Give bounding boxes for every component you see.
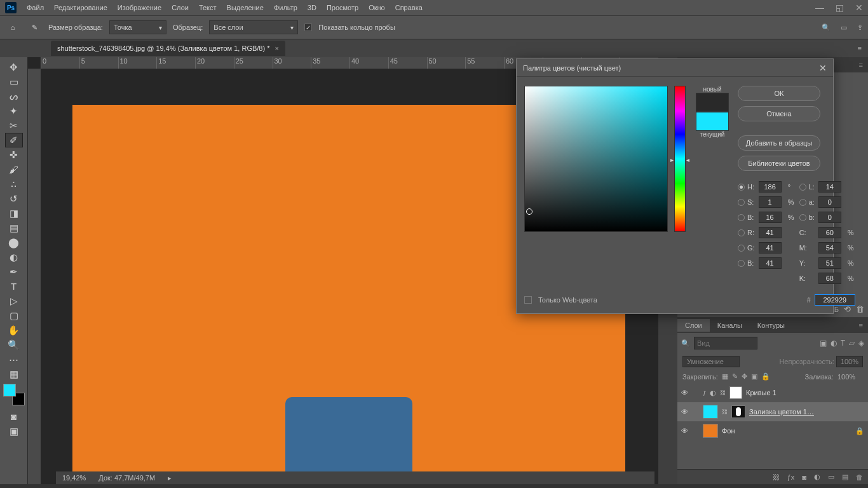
color-swatches[interactable] <box>3 384 25 405</box>
window-minimize-icon[interactable]: — <box>815 3 824 13</box>
k-input[interactable] <box>818 273 841 284</box>
tab-channels[interactable]: Каналы <box>710 319 750 332</box>
filter-image-icon[interactable]: ▣ <box>820 339 827 348</box>
blend-mode-dropdown[interactable]: Умножение <box>682 356 740 367</box>
trash-icon[interactable]: 🗑 <box>856 304 864 314</box>
panel-menu-icon[interactable]: ≡ <box>854 61 868 69</box>
new-layer-icon[interactable]: ▤ <box>842 473 848 481</box>
blab-radio[interactable] <box>799 214 806 221</box>
bch-radio[interactable] <box>738 260 745 267</box>
ok-button[interactable]: ОК <box>738 86 820 101</box>
menu-file[interactable]: Файл <box>27 4 44 11</box>
filter-shape-icon[interactable]: ▱ <box>849 339 855 348</box>
s-radio[interactable] <box>738 199 745 206</box>
blur-tool[interactable]: ⬤ <box>5 235 23 250</box>
hue-slider[interactable]: ▸ ◂ <box>674 86 686 232</box>
healing-tool[interactable]: ✜ <box>5 147 23 162</box>
layer-mask-thumbnail[interactable] <box>731 405 745 418</box>
shape-tool[interactable]: ▢ <box>5 308 23 323</box>
r-input[interactable] <box>759 227 782 238</box>
document-tab[interactable]: shutterstock_746398405.jpg @ 19,4% (Зали… <box>51 41 285 56</box>
history-brush-tool[interactable]: ↺ <box>5 191 23 206</box>
show-ring-checkbox[interactable] <box>304 24 312 31</box>
color-libraries-button[interactable]: Библиотеки цветов <box>738 156 820 171</box>
layer-name[interactable]: Фон <box>722 427 735 435</box>
lock-pixels-icon[interactable]: ▦ <box>722 372 728 381</box>
r-radio[interactable] <box>738 229 745 236</box>
menu-view[interactable]: Просмотр <box>327 4 358 11</box>
menu-text[interactable]: Текст <box>199 4 217 11</box>
menu-help[interactable]: Справка <box>395 4 423 11</box>
layers-menu-icon[interactable]: ≡ <box>854 322 868 329</box>
quickmask-tool[interactable]: ◙ <box>5 409 23 424</box>
foreground-color-swatch[interactable] <box>3 384 16 396</box>
l-input[interactable] <box>818 181 841 193</box>
adjustment-icon[interactable]: ◐ <box>814 473 820 481</box>
fx-icon[interactable]: ƒx <box>787 473 795 481</box>
visibility-icon[interactable]: 👁 <box>681 408 691 416</box>
search-icon[interactable]: 🔍 <box>822 24 831 32</box>
cancel-button[interactable]: Отмена <box>738 106 820 121</box>
gradient-tool[interactable]: ▤ <box>5 220 23 235</box>
visibility-icon[interactable]: 👁 <box>681 389 691 396</box>
tab-paths[interactable]: Контуры <box>750 319 792 332</box>
move-tool[interactable]: ✥ <box>5 60 23 74</box>
dialog-title-bar[interactable]: Палитра цветов (чистый цвет) ✕ <box>517 59 833 77</box>
visibility-icon[interactable]: 👁 <box>681 427 691 435</box>
layer-filter-input[interactable] <box>694 337 757 349</box>
filter-smart-icon[interactable]: ◈ <box>858 339 864 348</box>
add-swatch-button[interactable]: Добавить в образцы <box>738 135 820 151</box>
close-icon[interactable]: ✕ <box>819 63 827 73</box>
lasso-tool[interactable]: ᔕ <box>5 89 23 104</box>
menu-edit[interactable]: Редактирование <box>54 4 107 11</box>
zoom-level[interactable]: 19,42% <box>62 474 86 482</box>
lock-position-icon[interactable]: ✥ <box>742 372 747 381</box>
eyedropper-tool-icon[interactable]: ✎ <box>27 20 42 35</box>
window-close-icon[interactable]: ✕ <box>855 3 863 13</box>
brush-tool[interactable]: 🖌 <box>5 162 23 177</box>
a-input[interactable] <box>818 196 841 208</box>
layer-thumbnail[interactable] <box>703 424 718 438</box>
menu-select[interactable]: Выделение <box>227 4 264 11</box>
bval-input[interactable] <box>759 212 782 223</box>
home-icon[interactable]: ⌂ <box>5 20 20 35</box>
color-field[interactable] <box>524 86 668 232</box>
delete-icon[interactable]: 🗑 <box>856 473 863 481</box>
mask-icon[interactable]: ◙ <box>802 473 806 481</box>
sample-source-dropdown[interactable]: Все слои <box>209 20 298 34</box>
workspace-icon[interactable]: ▭ <box>841 24 847 32</box>
a-radio[interactable] <box>799 199 806 206</box>
group-icon[interactable]: ▭ <box>828 473 834 481</box>
b-radio[interactable] <box>738 214 745 221</box>
m-input[interactable] <box>818 242 841 254</box>
path-select-tool[interactable]: ▷ <box>5 294 23 308</box>
eyedropper-tool[interactable]: ✐ <box>5 133 23 147</box>
layer-name[interactable]: Кривые 1 <box>746 389 776 396</box>
h-input[interactable] <box>759 181 782 193</box>
layer-thumbnail[interactable] <box>729 386 742 399</box>
current-color-swatch[interactable] <box>696 112 729 131</box>
g-input[interactable] <box>759 242 782 254</box>
g-radio[interactable] <box>738 245 745 252</box>
share-icon[interactable]: ⇪ <box>857 24 863 32</box>
screenmode-tool[interactable]: ▣ <box>5 424 23 438</box>
opacity-value[interactable]: 100% <box>836 356 863 367</box>
c-input[interactable] <box>818 227 841 238</box>
dodge-tool[interactable]: ◐ <box>5 250 23 264</box>
layer-row[interactable]: 👁 ƒ ◐ ⛓ Кривые 1 <box>677 383 868 402</box>
status-arrow-icon[interactable]: ▸ <box>168 474 172 482</box>
marquee-tool[interactable]: ▭ <box>5 74 23 89</box>
menu-3d[interactable]: 3D <box>308 4 316 11</box>
l-radio[interactable] <box>799 184 806 191</box>
eraser-tool[interactable]: ◨ <box>5 206 23 220</box>
window-maximize-icon[interactable]: ◱ <box>836 3 844 13</box>
s-input[interactable] <box>759 196 782 208</box>
y-input[interactable] <box>818 257 841 269</box>
link-icon[interactable]: ⟲ <box>844 304 851 314</box>
edit-toolbar[interactable]: ▦ <box>5 367 23 381</box>
tab-layers[interactable]: Слои <box>677 319 710 332</box>
crop-tool[interactable]: ✂ <box>5 118 23 133</box>
quick-select-tool[interactable]: ✦ <box>5 104 23 118</box>
lock-artboard-icon[interactable]: ▣ <box>751 372 757 381</box>
hand-tool[interactable]: ✋ <box>5 323 23 337</box>
